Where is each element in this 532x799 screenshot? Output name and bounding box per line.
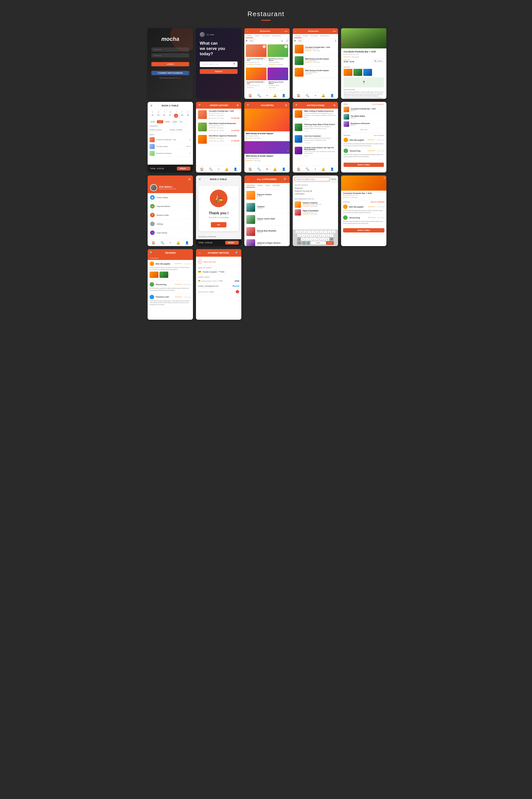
nav-search-profile[interactable]: 🔍 (160, 241, 164, 244)
kb-y[interactable]: y (316, 231, 319, 234)
tab-sides[interactable]: SIDES (265, 185, 270, 187)
order-button[interactable]: ORDER → (177, 167, 190, 170)
menu-item-invite[interactable]: 👥 Invite Friends › (148, 229, 193, 237)
kb-g[interactable]: g (314, 234, 317, 237)
kb-j[interactable]: j (322, 234, 325, 237)
nav-home-icon-hist[interactable]: 🏠 (200, 167, 204, 171)
nav-bell-icon-hist[interactable]: 🔔 (225, 167, 228, 171)
nav-home-profile[interactable]: 🏠 (152, 241, 155, 244)
search-input[interactable] (295, 177, 329, 181)
nav-search-notif[interactable]: 🔍 (306, 167, 309, 171)
nav-home-icon-2[interactable]: 🏠 (297, 94, 301, 97)
kb-r[interactable]: r (307, 231, 311, 234)
kb-123[interactable]: 123 (297, 241, 302, 244)
see-all-categories[interactable]: See all categories (372, 103, 384, 105)
kb-m[interactable]: m (325, 237, 329, 241)
tab-nearby[interactable]: Nearby (246, 34, 253, 38)
tab-recommend-2[interactable]: Recommend (319, 34, 330, 38)
nav-search-icon-fav[interactable]: 🔍 (257, 167, 261, 171)
kb-h[interactable]: h (318, 234, 321, 237)
nav-bell-icon[interactable]: 🔔 (273, 94, 277, 97)
tab-nearby-2[interactable]: Nearby (294, 34, 302, 38)
history-item-2[interactable]: Palm Beach Seafood Restaurant 60 Kub Pin… (196, 121, 241, 133)
time-1015[interactable]: 10:15 (150, 120, 156, 123)
login-button[interactable]: LOGIN (151, 62, 189, 66)
password-input[interactable] (151, 53, 189, 57)
time-1045[interactable]: 10:45 (164, 120, 171, 123)
time-1030[interactable]: 10:30 (157, 120, 163, 123)
book-table-btn[interactable]: BOOK A TABLE (344, 163, 384, 167)
search-icon-pay[interactable]: 🔍 (235, 251, 239, 255)
nav-user-icon-2[interactable]: 👤 (330, 94, 334, 97)
nav-bell-profile[interactable]: 🔔 (176, 241, 180, 244)
kb-w[interactable]: w (300, 231, 303, 234)
menu-item-settings[interactable]: ⚙️ Settings › (148, 220, 193, 229)
cat-item-4[interactable]: Bloody Mary Meatballs $ 38.00 (244, 226, 290, 238)
add-card-row[interactable]: + Add a new card › (198, 258, 239, 266)
close-icon[interactable]: ✕ (150, 104, 153, 107)
date-29[interactable]: 29 (180, 114, 184, 118)
contact-button[interactable]: 📞 Contact (373, 59, 384, 63)
date-26[interactable]: 26 (163, 114, 166, 118)
menu-item-orders[interactable]: 📋 Orders History › (148, 193, 193, 202)
kb-x[interactable]: x (305, 237, 309, 241)
nav-bell-icon-fav[interactable]: 🔔 (273, 167, 277, 171)
nav-heart-notif[interactable]: ♥ (315, 167, 316, 171)
credit-item-visa[interactable]: 💳 •••••••••••• ••••• 7759 VISA (198, 278, 239, 284)
nav-search-icon[interactable]: 🔍 (257, 94, 261, 97)
nav-bell-icon-2[interactable]: 🔔 (321, 94, 325, 97)
food-card-3[interactable]: Cocobolo Poolside Bar + Grill 60 Kub Pin… (246, 68, 266, 90)
kb-e[interactable]: e (304, 231, 307, 234)
back-arrow-pay[interactable]: ← (198, 251, 202, 255)
nav-user-icon[interactable]: 👤 (282, 94, 286, 97)
kb-globe[interactable]: 🌐 (302, 241, 306, 244)
nav-heart-profile[interactable]: ♥ (169, 241, 171, 244)
history-item-1[interactable]: Cocobolo Poolside Bar + Grill 60 Kub Pin… (196, 109, 241, 121)
settings-icon-notif[interactable]: ⚙ (333, 104, 336, 107)
kb-shift[interactable]: ⇧ (297, 237, 301, 241)
username-input[interactable] (151, 48, 189, 52)
tab-mains[interactable]: MAINS (258, 185, 263, 187)
kb-a[interactable]: a (298, 234, 301, 237)
cat-item-2[interactable]: Calamari $ 45.00 (244, 201, 290, 214)
nav-home-notif[interactable]: 🏠 (297, 167, 301, 171)
tab-popular-2[interactable]: Popular (302, 34, 309, 38)
recent-item-2[interactable]: Seafood in Da nang city (295, 189, 336, 193)
kb-c[interactable]: c (309, 237, 313, 241)
kb-p[interactable]: p (332, 231, 335, 234)
notif-item-1[interactable]: Make Grilling A Healthy Experience If yo… (293, 109, 338, 122)
time-1100[interactable]: 11:00 (172, 120, 178, 123)
search-icon-rev[interactable]: 🔍 (150, 251, 153, 254)
search-icon-cat[interactable]: 🔍 (284, 178, 287, 181)
date-30[interactable]: 30 (186, 114, 190, 118)
search-icon-notif[interactable]: 🔍 (295, 104, 298, 107)
credit-item-paypal[interactable]: franklin_camp@gmail.com PayPal (198, 284, 239, 289)
settings-icon[interactable]: ⚙ (236, 104, 239, 107)
list-view-icon-2[interactable]: ☰ (335, 40, 337, 42)
date-27[interactable]: 27 (168, 114, 172, 118)
kb-k[interactable]: k (326, 234, 329, 237)
tab-toprev[interactable]: Top review (261, 34, 271, 38)
see-all-reviews[interactable]: See all reviews (374, 134, 384, 136)
nav-heart-icon-fav[interactable]: ♥ (266, 167, 268, 171)
kb-t[interactable]: t (311, 231, 315, 234)
nav-user-icon-fav[interactable]: 👤 (282, 167, 286, 171)
food-list-item-3[interactable]: Wild Honey at Scotts Square 473 Keeling … (293, 67, 338, 78)
kb-q[interactable]: q (296, 231, 299, 234)
cat-item-3[interactable]: Classic Caesar Salad $ 86.00 (244, 214, 290, 226)
food-card-2[interactable]: ♥ Wild Honey at Scotts Square 473 Keelin… (267, 44, 288, 67)
rec-item-1[interactable]: Chicken & Seafood 7204 Dawson Station Ap… (295, 201, 336, 208)
bank-item-1[interactable]: 💳 Franklin Campbell - ***7809 › (198, 269, 239, 275)
search-icon-fav[interactable]: 🔍 (247, 104, 250, 107)
kb-l[interactable]: l (330, 234, 333, 237)
food-list-item-2[interactable]: Wild Honey at Scotts Square 473 Keeling … (293, 55, 338, 67)
kb-d[interactable]: d (306, 234, 309, 237)
list-view-icon[interactable]: ☰ (286, 40, 288, 42)
nav-home-icon[interactable]: 🏠 (248, 94, 252, 97)
close-icon-ty[interactable]: ✕ (198, 178, 201, 181)
nav-user-icon-hist[interactable]: 👤 (233, 167, 237, 171)
settings-gear-icon[interactable]: ⚙ (188, 178, 191, 181)
search-button[interactable]: SEARCH (200, 69, 238, 74)
kb-v[interactable]: v (314, 237, 317, 241)
nav-user-profile[interactable]: 👤 (185, 241, 189, 244)
